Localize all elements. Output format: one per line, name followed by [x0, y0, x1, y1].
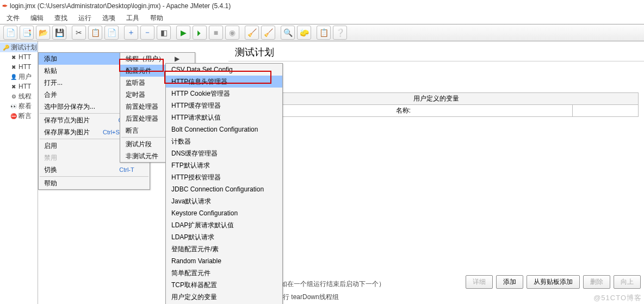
tree-panel: 🔑测试计划✖HTT✖HTT👤用户✖HTT⚙线程👀察看⛔断言 [0, 41, 38, 304]
collapse-icon[interactable]: － [140, 26, 154, 40]
tree-item-icon: 🔑 [2, 44, 10, 51]
expand-icon[interactable]: ＋ [124, 26, 138, 40]
cut-icon[interactable]: ✂ [72, 26, 86, 40]
app-icon: ✒ [2, 2, 8, 10]
menu-item-label: HTTP请求默认值 [171, 113, 221, 122]
menu-item[interactable]: 切换Ctrl-T [39, 164, 150, 176]
menu-search[interactable]: 查找 [49, 13, 73, 24]
tree-item-label: HTT [18, 83, 31, 90]
menu-item-label: 禁用 [44, 153, 57, 163]
menu-item[interactable]: HTTP授权管理器 [166, 171, 282, 183]
submenu-arrow-icon: ▶ [175, 55, 179, 63]
action-button[interactable]: 向上 [614, 275, 641, 289]
clear-all-icon[interactable]: 🧹 [261, 26, 275, 40]
buttons-row: 详细添加从剪贴板添加删除向上 [466, 275, 641, 289]
tree-item[interactable]: ⛔断言 [0, 111, 38, 121]
clear-icon[interactable]: 🧹 [245, 26, 259, 40]
action-button[interactable]: 详细 [466, 275, 493, 289]
paste-icon[interactable]: 📄 [104, 26, 119, 40]
save-icon[interactable]: 💾 [52, 26, 66, 40]
menu-item-label: JDBC Connection Configuration [171, 185, 264, 193]
search-icon[interactable]: 🔍 [281, 26, 295, 40]
menu-file[interactable]: 文件 [1, 13, 25, 24]
menu-item-label: 配置元件 [126, 66, 152, 76]
menu-item[interactable]: Bolt Connection Configuration [166, 123, 282, 135]
menu-item-label: Java默认请求 [171, 197, 211, 206]
tree-item[interactable]: 👤用户 [0, 72, 38, 82]
menu-item-label: HTTP Cookie管理器 [171, 89, 230, 98]
start-icon[interactable]: ▶ [176, 26, 190, 40]
menu-item[interactable]: Java默认请求 [166, 195, 282, 207]
menu-item-label: 后置处理器 [126, 114, 158, 123]
action-button[interactable]: 从剪贴板添加 [527, 275, 580, 289]
menu-item-label: 登陆配置元件/素 [171, 245, 219, 254]
menu-options[interactable]: 选项 [97, 13, 121, 24]
menu-item-label: 简单配置元件 [171, 269, 210, 278]
menu-item[interactable]: LDAP默认请求 [166, 231, 282, 243]
stop-icon[interactable]: ■ [209, 26, 223, 40]
page-title: 测试计划 [228, 41, 644, 61]
tree-item[interactable]: ✖HTT [0, 62, 38, 72]
vars-table: 用户定义的变量 名称: [234, 92, 639, 117]
menu-run[interactable]: 运行 [73, 13, 97, 24]
menu-edit[interactable]: 编辑 [25, 13, 49, 24]
menu-item-label: 断言 [126, 126, 139, 135]
menu-tools[interactable]: 工具 [121, 13, 145, 24]
tree-item-icon: ✖ [10, 83, 17, 90]
menu-item-label: 粘贴 [44, 66, 57, 76]
menu-item-label: 添加 [44, 54, 57, 64]
reset-search-icon[interactable]: 🧽 [297, 26, 311, 40]
tree-item-icon: ✖ [10, 53, 17, 61]
menu-item[interactable]: 计数器 [166, 135, 282, 147]
tree-item[interactable]: ✖HTT [0, 52, 38, 62]
templates-icon[interactable]: 📑 [20, 26, 34, 40]
tree-item-icon: 👤 [10, 73, 17, 80]
toggle-icon[interactable]: ◧ [157, 26, 171, 40]
menu-item[interactable]: TCP取样器配置 [166, 279, 282, 291]
help-icon[interactable]: ❔ [333, 26, 347, 40]
tree-item[interactable]: 👀察看 [0, 101, 38, 111]
menu-item-label: TCP取样器配置 [171, 281, 217, 290]
menu-item[interactable]: Keystore Configuration [166, 207, 282, 219]
menu-item[interactable]: 登陆配置元件/素 [166, 243, 282, 255]
function-helper-icon[interactable]: 📋 [317, 26, 331, 40]
menu-item[interactable]: HTTP Cookie管理器 [166, 88, 282, 100]
menu-help[interactable]: 帮助 [145, 13, 169, 24]
menu-item[interactable]: LDAP扩展请求默认值 [166, 219, 282, 231]
menu-item-label: 线程（用户） [126, 54, 165, 64]
menu-item[interactable]: 用户定义的变量 [166, 291, 282, 303]
col-name: 名称: [234, 105, 573, 116]
menu-item-label: 选中部分保存为... [44, 102, 95, 111]
menu-item[interactable]: HTTP请求默认值 [166, 111, 282, 123]
menu-item-label: 前置处理器 [126, 102, 158, 111]
menu-item[interactable]: HTTP缓存管理器 [166, 100, 282, 111]
menu-item[interactable]: 简单配置元件 [166, 267, 282, 279]
menu-item-label: LDAP扩展请求默认值 [171, 221, 234, 230]
start-no-pause-icon[interactable]: ⏵ [193, 26, 207, 40]
tree-item-icon: ⚙ [10, 92, 17, 100]
menu-item-label: Random Variable [171, 257, 221, 265]
menu-item-label: 定时器 [126, 90, 145, 100]
tree-item[interactable]: ⚙线程 [0, 91, 38, 101]
titlebar: ✒ login.jmx (C:\Users\Administrator\Desk… [0, 0, 644, 12]
menu-item[interactable]: FTP默认请求 [166, 159, 282, 171]
tree-item[interactable]: ✖HTT [0, 82, 38, 91]
menu-item-label: 帮助 [44, 179, 57, 188]
menu-item[interactable]: HTTP信息头管理器 [166, 76, 282, 88]
copy-icon[interactable]: 📋 [88, 26, 102, 40]
menu-item-label: 保存节点为图片 [44, 116, 90, 125]
action-button[interactable]: 添加 [496, 275, 523, 289]
menu-item[interactable]: DNS缓存管理器 [166, 147, 282, 159]
open-icon[interactable]: 📂 [36, 26, 50, 40]
action-button[interactable]: 删除 [583, 275, 610, 289]
menu-item[interactable]: CSV Data Set Config [166, 64, 282, 76]
menu-item[interactable]: 帮助 [39, 177, 150, 189]
shutdown-icon[interactable]: ◉ [225, 26, 239, 40]
menu-item[interactable]: Random Variable [166, 255, 282, 267]
tree-item-label: 用户 [18, 72, 32, 82]
new-icon[interactable]: 📄 [3, 26, 17, 40]
tree-item[interactable]: 🔑测试计划 [0, 42, 38, 52]
menu-item-label: 合并 [44, 90, 57, 100]
tree-item-label: HTT [18, 53, 31, 61]
menu-item[interactable]: JDBC Connection Configuration [166, 183, 282, 195]
